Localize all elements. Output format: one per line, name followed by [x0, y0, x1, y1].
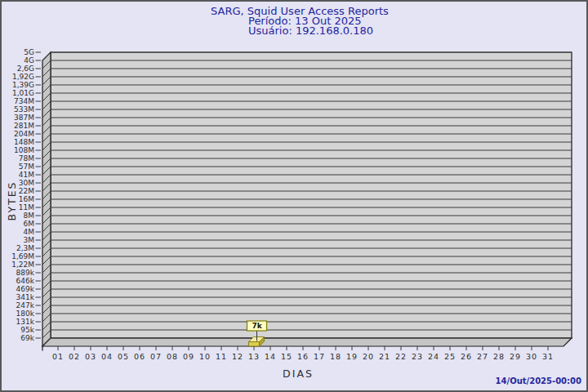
access-report-chart: 5G4G2,6G1,92G1,39G1,01G734M533M387M281M2… [2, 2, 588, 392]
y-tick-label: 1,01G [12, 89, 34, 97]
y-tick-label: 889k [16, 269, 35, 277]
y-tick-label: 1,22M [11, 261, 34, 269]
y-tick-label: 4M [24, 228, 35, 236]
y-tick-label: 131k [16, 318, 35, 326]
x-tick-label: 20 [363, 352, 374, 361]
y-tick-label: 734M [14, 97, 34, 105]
x-tick-label: 15 [281, 352, 292, 361]
x-tick-label: 22 [395, 352, 407, 361]
y-tick-label: 4G [24, 56, 34, 65]
x-tick-label: 13 [248, 352, 260, 361]
y-tick-label: 95k [20, 326, 34, 334]
y-tick-label: 1,69M [11, 252, 34, 261]
bar-front-face [249, 342, 260, 347]
y-tick-label: 57M [19, 163, 34, 171]
sarg-report-image: 5G4G2,6G1,92G1,39G1,01G734M533M387M281M2… [0, 0, 588, 392]
y-tick-label: 533M [14, 105, 34, 114]
x-tick-label: 12 [232, 352, 243, 361]
x-tick-label: 27 [477, 352, 488, 361]
x-tick-label: 03 [85, 352, 96, 361]
x-tick-label: 28 [493, 352, 505, 361]
x-tick-label: 11 [216, 352, 227, 361]
y-tick-label: 469k [16, 285, 35, 293]
y-tick-label: 16M [19, 195, 34, 203]
y-tick-label: 180k [16, 310, 35, 318]
generation-timestamp: 14/Out/2025-00:00 [496, 376, 581, 385]
x-tick-label: 16 [297, 352, 309, 361]
x-tick-label: 23 [412, 352, 423, 361]
y-tick-label: 3M [24, 236, 35, 244]
x-tick-label: 01 [52, 352, 64, 361]
y-axis-title: BYTES [6, 181, 18, 221]
x-tick-label: 10 [199, 352, 211, 361]
bar-value-label: 7k [252, 322, 262, 330]
y-tick-label: 247k [16, 301, 35, 310]
x-tick-label: 17 [314, 352, 325, 361]
x-tick-label: 31 [542, 352, 554, 361]
x-tick-label: 14 [265, 352, 276, 361]
y-tick-label: 5G [24, 48, 34, 56]
y-tick-label: 22M [19, 187, 34, 195]
plot-floor [42, 338, 572, 346]
y-tick-label: 2,3M [16, 244, 34, 252]
x-tick-label: 02 [69, 352, 80, 361]
plot-back-wall [51, 52, 572, 338]
y-tick-label: 30M [19, 179, 34, 187]
y-tick-label: 204M [14, 130, 34, 138]
x-tick-label: 26 [461, 352, 472, 361]
x-tick-label: 05 [118, 352, 129, 361]
y-tick-label: 387M [14, 114, 34, 122]
x-tick-label: 18 [330, 352, 341, 361]
x-tick-label: 25 [444, 352, 456, 361]
y-tick-label: 1,92G [12, 73, 34, 81]
y-tick-label: 6M [24, 220, 35, 228]
x-tick-label: 21 [379, 352, 390, 361]
y-tick-label: 646k [16, 277, 35, 285]
y-tick-label: 69k [20, 334, 34, 342]
y-tick-label: 281M [14, 122, 34, 130]
plot-left-wall [42, 52, 51, 346]
y-tick-label: 341k [16, 293, 35, 301]
x-tick-label: 29 [510, 352, 521, 361]
y-tick-label: 78M [19, 154, 34, 163]
chart-subtitle-user: Usuário: 192.168.0.180 [248, 24, 373, 37]
y-tick-label: 11M [19, 203, 34, 212]
y-tick-label: 108M [14, 146, 34, 154]
y-tick-label: 1,39G [12, 81, 34, 89]
y-tick-label: 148M [14, 138, 34, 146]
x-tick-label: 09 [183, 352, 194, 361]
y-tick-label: 8M [24, 212, 35, 220]
x-tick-label: 07 [150, 352, 162, 361]
x-tick-label: 08 [167, 352, 178, 361]
x-tick-label: 06 [134, 352, 145, 361]
x-axis-title: DIAS [283, 368, 314, 380]
x-tick-label: 24 [428, 352, 439, 361]
y-tick-label: 2,6G [17, 65, 34, 73]
y-tick-label: 41M [19, 171, 34, 179]
x-tick-label: 19 [346, 352, 358, 361]
x-tick-label: 30 [526, 352, 537, 361]
chart-plot-area: 5G4G2,6G1,92G1,39G1,01G734M533M387M281M2… [11, 48, 572, 360]
x-tick-label: 04 [101, 352, 113, 361]
